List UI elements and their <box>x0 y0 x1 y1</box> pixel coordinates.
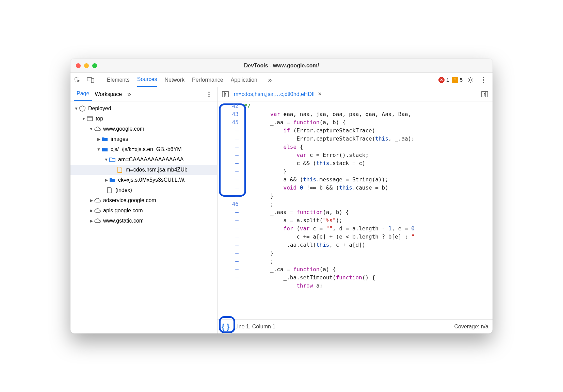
tree-selected-file[interactable]: m=cdos,hsm,jsa,mb4ZUb <box>70 165 217 175</box>
editor-panel: m=cdos,hsm,jsa,…c,dtl0hd,eHDfl × 424345–… <box>218 87 493 333</box>
maximize-window-button[interactable] <box>92 63 97 68</box>
tree-deployed-label: Deployed <box>88 105 111 112</box>
line-gutter[interactable]: 424345–––––––––46––––––––– <box>218 101 244 319</box>
device-toolbar-icon[interactable] <box>85 75 96 85</box>
svg-point-5 <box>483 79 484 81</box>
editor-tab-active[interactable]: m=cdos,hsm,jsa,…c,dtl0hd,eHDfl × <box>234 91 322 98</box>
tree-ck-folder[interactable]: ▶ ck=xjs.s.0Mx5ys3sCUI.L.W. <box>70 175 217 185</box>
tree-top-label: top <box>96 116 103 122</box>
svg-rect-2 <box>91 79 94 83</box>
cloud-icon <box>94 127 101 131</box>
deployed-icon <box>79 105 86 112</box>
frame-icon <box>86 116 94 121</box>
editor-tab-label: m=cdos,hsm,jsa,…c,dtl0hd,eHDfl <box>234 91 315 97</box>
navigator-tab-workspace[interactable]: Workspace <box>92 87 125 101</box>
code-content[interactable]: */ var eaa, naa, jaa, oaa, paa, qaa, Aaa… <box>244 101 493 319</box>
cursor-position: Line 1, Column 1 <box>234 324 275 330</box>
code-editor[interactable]: 424345–––––––––46––––––––– */ var eaa, n… <box>218 101 493 319</box>
inspect-element-icon[interactable] <box>73 75 83 85</box>
svg-point-7 <box>208 92 210 93</box>
tree-images-folder[interactable]: ▶ images <box>70 134 217 144</box>
tree-xjs-label: xjs/_/js/k=xjs.s.en_GB.-b6YM <box>111 146 182 152</box>
tree-am-label: am=CAAAAAAAAAAAAAA <box>118 157 184 163</box>
folder-icon <box>101 147 109 152</box>
tree-domain-adservice[interactable]: ▶ adservice.google.com <box>70 195 217 206</box>
tree-am-folder[interactable]: ▼ am=CAAAAAAAAAAAAAA <box>70 154 217 165</box>
svg-point-8 <box>208 94 210 95</box>
tree-domain-gstatic[interactable]: ▶ www.gstatic.com <box>70 216 217 226</box>
cloud-icon <box>94 218 101 223</box>
tree-xjs-folder[interactable]: ▼ xjs/_/js/k=xjs.s.en_GB.-b6YM <box>70 144 217 154</box>
kebab-menu-icon[interactable] <box>478 75 488 85</box>
content-area: Page Workspace » ▼ Deployed ▼ <box>70 87 493 333</box>
devtools-window: DevTools - www.google.com/ Elements Sour… <box>70 59 493 333</box>
main-tabs: Elements Sources Network Performance App… <box>107 73 436 87</box>
tree-adservice-label: adservice.google.com <box>103 197 156 203</box>
navigator-panel: Page Workspace » ▼ Deployed ▼ <box>70 87 218 333</box>
toolbar-separator <box>100 76 100 84</box>
tree-index-file[interactable]: (index) <box>70 185 217 195</box>
settings-icon[interactable] <box>465 75 476 85</box>
tree-deployed[interactable]: ▼ Deployed <box>70 103 217 114</box>
tree-domain-google-label: www.google.com <box>103 126 144 132</box>
file-tree: ▼ Deployed ▼ top ▼ <box>70 101 217 333</box>
window-controls <box>76 63 97 68</box>
tab-network[interactable]: Network <box>164 73 184 87</box>
folder-icon <box>101 137 109 142</box>
minimize-window-button[interactable] <box>84 63 89 68</box>
titlebar: DevTools - www.google.com/ <box>70 59 493 73</box>
navigator-tab-page[interactable]: Page <box>74 87 92 101</box>
toolbar-right: ✕ 1 ! 5 <box>438 75 488 85</box>
cloud-icon <box>94 208 101 213</box>
toggle-navigator-icon[interactable] <box>220 89 230 99</box>
error-count-badge[interactable]: ✕ 1 <box>438 77 449 83</box>
tab-sources[interactable]: Sources <box>137 73 157 87</box>
tree-apis-label: apis.google.com <box>103 208 143 214</box>
toggle-debugger-icon[interactable] <box>480 89 490 99</box>
tree-selected-file-label: m=cdos,hsm,jsa,mb4ZUb <box>126 167 188 173</box>
pretty-print-button[interactable]: { } <box>222 322 229 331</box>
navigator-kebab-icon[interactable] <box>204 89 214 99</box>
close-tab-icon[interactable]: × <box>318 91 322 98</box>
editor-tabs: m=cdos,hsm,jsa,…c,dtl0hd,eHDfl × <box>218 87 493 101</box>
svg-rect-10 <box>87 117 93 121</box>
cloud-icon <box>94 198 101 203</box>
navigator-tabs: Page Workspace » <box>70 87 217 101</box>
tree-domain-apis[interactable]: ▶ apis.google.com <box>70 206 217 216</box>
file-icon <box>106 187 113 193</box>
tree-domain-google[interactable]: ▼ www.google.com <box>70 124 217 134</box>
warning-count: 5 <box>460 77 463 83</box>
svg-point-4 <box>483 77 484 78</box>
tree-gstatic-label: www.gstatic.com <box>103 218 144 224</box>
tree-images-label: images <box>111 136 128 142</box>
error-count: 1 <box>446 77 449 83</box>
close-window-button[interactable] <box>76 63 81 68</box>
svg-point-6 <box>483 82 484 83</box>
error-icon: ✕ <box>438 77 445 83</box>
folder-icon <box>109 157 116 162</box>
tab-performance[interactable]: Performance <box>192 73 223 87</box>
warning-count-badge[interactable]: ! 5 <box>452 77 463 83</box>
navigator-more-tabs-icon[interactable]: » <box>127 90 131 98</box>
more-tabs-icon[interactable]: » <box>265 75 275 85</box>
tab-elements[interactable]: Elements <box>107 73 130 87</box>
tree-ck-label: ck=xjs.s.0Mx5ys3sCUI.L.W. <box>118 177 186 183</box>
tab-application[interactable]: Application <box>231 73 257 87</box>
js-file-icon <box>116 167 124 173</box>
tree-index-label: (index) <box>115 187 132 193</box>
coverage-status: Coverage: n/a <box>454 324 488 330</box>
tree-top[interactable]: ▼ top <box>70 114 217 124</box>
window-title: DevTools - www.google.com/ <box>244 63 319 69</box>
svg-point-9 <box>208 96 210 97</box>
svg-point-3 <box>469 79 471 81</box>
main-toolbar: Elements Sources Network Performance App… <box>70 73 493 87</box>
folder-icon <box>109 178 116 182</box>
warning-icon: ! <box>452 77 458 83</box>
editor-status-bar: { } Line 1, Column 1 Coverage: n/a <box>218 319 493 333</box>
